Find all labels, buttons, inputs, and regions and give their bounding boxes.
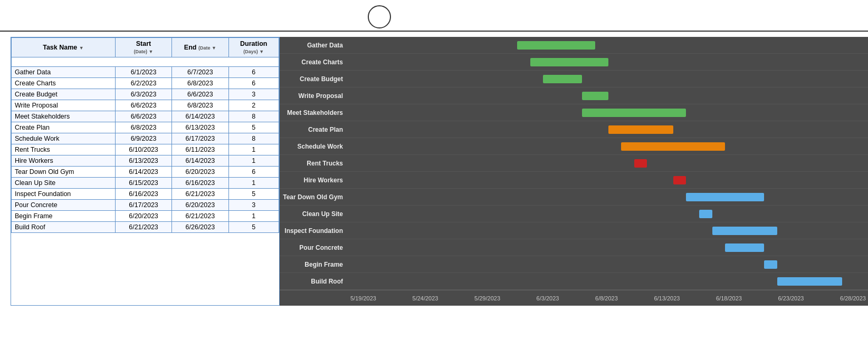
chart-row: Create Budget bbox=[280, 71, 868, 87]
task-start-cell: 6/8/2023 bbox=[115, 122, 171, 133]
task-end-cell: 6/13/2023 bbox=[172, 122, 228, 133]
task-end-cell: 6/16/2023 bbox=[172, 178, 228, 189]
chart-task-label: Hire Workers bbox=[280, 177, 348, 184]
task-start-cell: 6/17/2023 bbox=[115, 200, 171, 211]
chart-bar-area bbox=[348, 222, 868, 239]
chart-row: Begin Frame bbox=[280, 256, 868, 273]
task-name-cell: Rent Trucks bbox=[12, 144, 116, 155]
table-row: Rent Trucks 6/10/2023 6/11/2023 1 bbox=[12, 144, 279, 155]
task-dur-cell: 5 bbox=[228, 122, 279, 133]
task-end-cell: 6/6/2023 bbox=[172, 89, 228, 100]
chart-bar-area bbox=[348, 189, 868, 205]
task-dur-cell: 5 bbox=[228, 189, 279, 200]
task-name-cell: Clean Up Site bbox=[12, 178, 116, 189]
axis-date-label: 6/28/2023 bbox=[840, 295, 866, 301]
axis-date-label: 6/3/2023 bbox=[537, 295, 559, 301]
task-start-cell: 6/21/2023 bbox=[115, 222, 171, 233]
gantt-bar bbox=[699, 210, 712, 218]
task-start-cell: 6/10/2023 bbox=[115, 144, 171, 155]
gantt-bar bbox=[764, 260, 777, 269]
task-start-cell: 6/1/2023 bbox=[115, 67, 171, 78]
table-row: Create Budget 6/3/2023 6/6/2023 3 bbox=[12, 89, 279, 100]
task-dur-cell: 5 bbox=[228, 222, 279, 233]
gantt-bar bbox=[608, 125, 673, 134]
chart-bar-area bbox=[348, 256, 868, 272]
date-axis: 5/19/20235/24/20235/29/20236/3/20236/8/2… bbox=[280, 290, 868, 306]
filter-icon-task[interactable]: ▼ bbox=[79, 45, 84, 51]
chart-bar-area bbox=[348, 121, 868, 138]
chart-task-label: Write Proposal bbox=[280, 92, 348, 100]
axis-date-label: 6/13/2023 bbox=[654, 295, 680, 301]
filter-icon-end[interactable]: (Date ▼ bbox=[198, 45, 216, 51]
task-end-cell: 6/21/2023 bbox=[172, 189, 228, 200]
chart-row: Clean Up Site bbox=[280, 206, 868, 222]
main-content: Task Name ▼ Start(Date) ▼ End (Date ▼ Du… bbox=[0, 32, 868, 306]
task-name-cell: Hire Workers bbox=[12, 155, 116, 167]
task-end-cell: 6/26/2023 bbox=[172, 222, 228, 233]
task-end-cell: 6/8/2023 bbox=[172, 100, 228, 111]
chart-row: Hire Workers bbox=[280, 172, 868, 189]
task-dur-cell: 1 bbox=[228, 155, 279, 167]
task-dur-cell: 2 bbox=[228, 100, 279, 111]
task-name-cell: Build Roof bbox=[12, 222, 116, 233]
table-row: Begin Frame 6/20/2023 6/21/2023 1 bbox=[12, 211, 279, 222]
task-name-cell: Gather Data bbox=[12, 67, 116, 78]
table-row: Create Plan 6/8/2023 6/13/2023 5 bbox=[12, 122, 279, 133]
table-row: Write Proposal 6/6/2023 6/8/2023 2 bbox=[12, 100, 279, 111]
chart-bar-area bbox=[348, 206, 868, 222]
table-row: Create Charts 6/2/2023 6/8/2023 6 bbox=[12, 78, 279, 89]
task-dur-cell: 1 bbox=[228, 178, 279, 189]
chart-bar-area bbox=[348, 104, 868, 121]
task-end-cell: 6/8/2023 bbox=[172, 78, 228, 89]
chart-row: Pour Concrete bbox=[280, 239, 868, 256]
task-end-cell: 6/21/2023 bbox=[172, 211, 228, 222]
chart-task-label: Rent Trucks bbox=[280, 160, 348, 167]
gantt-bar bbox=[543, 75, 582, 83]
chart-bar-area bbox=[348, 138, 868, 154]
chart-bar-area bbox=[348, 172, 868, 188]
task-dur-cell: 1 bbox=[228, 144, 279, 155]
task-end-cell: 6/20/2023 bbox=[172, 167, 228, 178]
task-dur-cell: 3 bbox=[228, 89, 279, 100]
task-name-cell: Schedule Work bbox=[12, 133, 116, 144]
task-name-cell: Write Proposal bbox=[12, 100, 116, 111]
task-dur-cell: 6 bbox=[228, 67, 279, 78]
task-start-cell: 6/6/2023 bbox=[115, 111, 171, 122]
gantt-bar bbox=[517, 41, 595, 50]
chart-row: Schedule Work bbox=[280, 138, 868, 155]
chart-row: Build Roof bbox=[280, 273, 868, 290]
chart-task-label: Inspect Foundation bbox=[280, 227, 348, 235]
gantt-bar bbox=[725, 243, 764, 252]
col-header-task: Task Name ▼ bbox=[12, 38, 116, 57]
task-dur-cell: 8 bbox=[228, 133, 279, 144]
task-end-cell: 6/17/2023 bbox=[172, 133, 228, 144]
gantt-bar bbox=[621, 142, 725, 151]
table-row: Hire Workers 6/13/2023 6/14/2023 1 bbox=[12, 155, 279, 167]
filter-icon-dur[interactable]: (Days) ▼ bbox=[243, 49, 264, 54]
chart-row: Meet Stakeholders bbox=[280, 104, 868, 121]
gantt-bar bbox=[673, 176, 686, 184]
col-header-start: Start(Date) ▼ bbox=[115, 38, 171, 57]
task-start-cell: 6/6/2023 bbox=[115, 100, 171, 111]
task-name-cell: Meet Stakeholders bbox=[12, 111, 116, 122]
table-row: Gather Data 6/1/2023 6/7/2023 6 bbox=[12, 67, 279, 78]
axis-date-label: 5/19/2023 bbox=[350, 295, 376, 301]
chart-bar-area bbox=[348, 273, 868, 289]
chart-bar-area bbox=[348, 54, 868, 70]
filter-icon-start[interactable]: (Date) ▼ bbox=[134, 49, 154, 54]
task-name-cell: Inspect Foundation bbox=[12, 189, 116, 200]
axis-date-label: 6/8/2023 bbox=[595, 295, 618, 301]
task-dur-cell: 1 bbox=[228, 211, 279, 222]
task-dur-cell: 6 bbox=[228, 167, 279, 178]
axis-date-label: 6/23/2023 bbox=[778, 295, 804, 301]
task-start-cell: 6/13/2023 bbox=[115, 155, 171, 167]
task-start-cell: 6/16/2023 bbox=[115, 189, 171, 200]
table-row: Pour Concrete 6/17/2023 6/20/2023 3 bbox=[12, 200, 279, 211]
table-row: Inspect Foundation 6/16/2023 6/21/2023 5 bbox=[12, 189, 279, 200]
gantt-table: Task Name ▼ Start(Date) ▼ End (Date ▼ Du… bbox=[11, 37, 280, 306]
task-name-cell: Create Charts bbox=[12, 78, 116, 89]
task-start-cell: 6/2/2023 bbox=[115, 78, 171, 89]
chart-task-label: Create Plan bbox=[280, 126, 348, 133]
chart-row: Create Charts bbox=[280, 54, 868, 71]
task-name-cell: Begin Frame bbox=[12, 211, 116, 222]
